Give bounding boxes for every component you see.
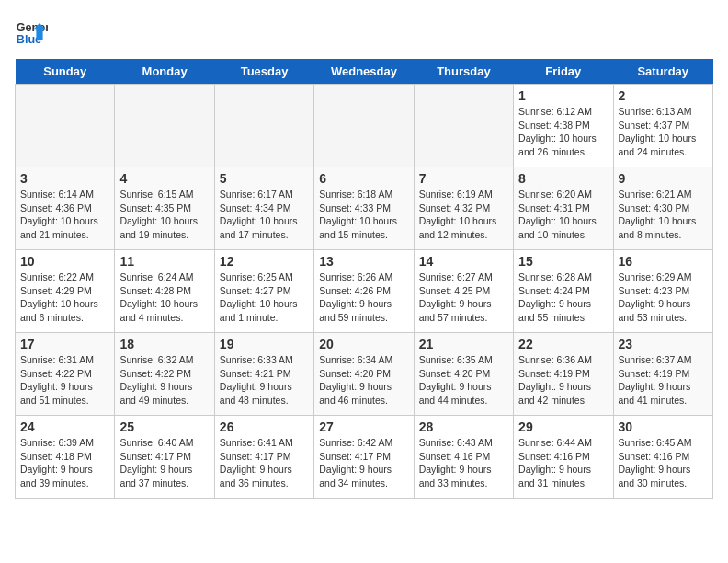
day-number: 21 — [419, 337, 508, 351]
day-number: 5 — [220, 171, 309, 186]
day-number: 13 — [319, 254, 408, 269]
day-info: Sunrise: 6:39 AM Sunset: 4:18 PM Dayligh… — [20, 436, 109, 490]
day-info: Sunrise: 6:21 AM Sunset: 4:30 PM Dayligh… — [619, 188, 708, 242]
calendar-cell: 2Sunrise: 6:13 AM Sunset: 4:37 PM Daylig… — [613, 85, 712, 167]
calendar-cell: 3Sunrise: 6:14 AM Sunset: 4:36 PM Daylig… — [16, 167, 115, 250]
calendar-cell: 10Sunrise: 6:22 AM Sunset: 4:29 PM Dayli… — [16, 250, 115, 333]
day-info: Sunrise: 6:43 AM Sunset: 4:16 PM Dayligh… — [419, 436, 508, 490]
logo: General Blue — [15, 15, 48, 48]
calendar-cell: 24Sunrise: 6:39 AM Sunset: 4:18 PM Dayli… — [16, 416, 115, 499]
day-number: 3 — [20, 171, 109, 186]
day-info: Sunrise: 6:27 AM Sunset: 4:25 PM Dayligh… — [419, 270, 508, 325]
calendar-cell — [314, 85, 414, 167]
calendar-cell: 16Sunrise: 6:29 AM Sunset: 4:23 PM Dayli… — [613, 250, 712, 333]
calendar-cell: 7Sunrise: 6:19 AM Sunset: 4:32 PM Daylig… — [414, 167, 513, 250]
calendar-header-row: SundayMondayTuesdayWednesdayThursdayFrid… — [16, 59, 713, 85]
day-number: 7 — [419, 171, 508, 186]
day-info: Sunrise: 6:20 AM Sunset: 4:31 PM Dayligh… — [518, 188, 608, 242]
day-info: Sunrise: 6:34 AM Sunset: 4:20 PM Dayligh… — [319, 353, 408, 408]
day-info: Sunrise: 6:29 AM Sunset: 4:23 PM Dayligh… — [619, 270, 708, 325]
day-info: Sunrise: 6:36 AM Sunset: 4:19 PM Dayligh… — [518, 353, 608, 408]
day-info: Sunrise: 6:45 AM Sunset: 4:16 PM Dayligh… — [619, 436, 708, 490]
calendar-body: 1Sunrise: 6:12 AM Sunset: 4:38 PM Daylig… — [16, 85, 713, 499]
day-header-monday: Monday — [115, 59, 214, 85]
calendar-cell: 18Sunrise: 6:32 AM Sunset: 4:22 PM Dayli… — [115, 333, 214, 416]
day-info: Sunrise: 6:35 AM Sunset: 4:20 PM Dayligh… — [419, 353, 508, 408]
day-number: 24 — [20, 419, 109, 434]
day-header-sunday: Sunday — [16, 59, 115, 85]
day-number: 12 — [220, 254, 309, 269]
calendar-week-3: 10Sunrise: 6:22 AM Sunset: 4:29 PM Dayli… — [16, 250, 713, 333]
day-number: 17 — [20, 337, 109, 351]
header: General Blue — [15, 15, 713, 48]
calendar-cell — [414, 85, 513, 167]
calendar-cell: 12Sunrise: 6:25 AM Sunset: 4:27 PM Dayli… — [214, 250, 313, 333]
calendar-week-1: 1Sunrise: 6:12 AM Sunset: 4:38 PM Daylig… — [16, 85, 713, 167]
day-number: 19 — [220, 337, 309, 351]
calendar-cell: 27Sunrise: 6:42 AM Sunset: 4:17 PM Dayli… — [314, 416, 414, 499]
day-info: Sunrise: 6:12 AM Sunset: 4:38 PM Dayligh… — [518, 105, 608, 159]
day-number: 4 — [119, 171, 209, 186]
day-number: 2 — [619, 88, 708, 103]
day-info: Sunrise: 6:31 AM Sunset: 4:22 PM Dayligh… — [20, 353, 109, 408]
calendar-cell: 19Sunrise: 6:33 AM Sunset: 4:21 PM Dayli… — [214, 333, 313, 416]
day-number: 9 — [619, 171, 708, 186]
day-number: 29 — [518, 419, 608, 434]
calendar-cell: 21Sunrise: 6:35 AM Sunset: 4:20 PM Dayli… — [414, 333, 513, 416]
calendar-table: SundayMondayTuesdayWednesdayThursdayFrid… — [15, 59, 713, 499]
day-number: 15 — [518, 254, 608, 269]
day-info: Sunrise: 6:14 AM Sunset: 4:36 PM Dayligh… — [20, 188, 109, 242]
day-number: 23 — [619, 337, 708, 351]
day-info: Sunrise: 6:19 AM Sunset: 4:32 PM Dayligh… — [419, 188, 508, 242]
day-info: Sunrise: 6:42 AM Sunset: 4:17 PM Dayligh… — [319, 436, 408, 490]
calendar-cell: 28Sunrise: 6:43 AM Sunset: 4:16 PM Dayli… — [414, 416, 513, 499]
day-number: 30 — [619, 419, 708, 434]
calendar-week-5: 24Sunrise: 6:39 AM Sunset: 4:18 PM Dayli… — [16, 416, 713, 499]
day-number: 10 — [20, 254, 109, 269]
calendar-cell: 23Sunrise: 6:37 AM Sunset: 4:19 PM Dayli… — [613, 333, 712, 416]
day-info: Sunrise: 6:13 AM Sunset: 4:37 PM Dayligh… — [619, 105, 708, 159]
day-number: 18 — [119, 337, 209, 351]
day-info: Sunrise: 6:17 AM Sunset: 4:34 PM Dayligh… — [220, 188, 309, 242]
day-number: 1 — [518, 88, 608, 103]
day-info: Sunrise: 6:18 AM Sunset: 4:33 PM Dayligh… — [319, 188, 408, 242]
day-number: 6 — [319, 171, 408, 186]
day-number: 14 — [419, 254, 508, 269]
day-number: 20 — [319, 337, 408, 351]
calendar-cell: 1Sunrise: 6:12 AM Sunset: 4:38 PM Daylig… — [514, 85, 613, 167]
calendar-cell: 15Sunrise: 6:28 AM Sunset: 4:24 PM Dayli… — [514, 250, 613, 333]
calendar-cell: 17Sunrise: 6:31 AM Sunset: 4:22 PM Dayli… — [16, 333, 115, 416]
calendar-cell: 4Sunrise: 6:15 AM Sunset: 4:35 PM Daylig… — [115, 167, 214, 250]
calendar-cell: 25Sunrise: 6:40 AM Sunset: 4:17 PM Dayli… — [115, 416, 214, 499]
calendar-cell: 8Sunrise: 6:20 AM Sunset: 4:31 PM Daylig… — [514, 167, 613, 250]
logo-icon: General Blue — [15, 15, 48, 48]
day-number: 28 — [419, 419, 508, 434]
calendar-cell: 30Sunrise: 6:45 AM Sunset: 4:16 PM Dayli… — [613, 416, 712, 499]
day-info: Sunrise: 6:24 AM Sunset: 4:28 PM Dayligh… — [119, 270, 209, 325]
day-info: Sunrise: 6:44 AM Sunset: 4:16 PM Dayligh… — [518, 436, 608, 490]
day-info: Sunrise: 6:40 AM Sunset: 4:17 PM Dayligh… — [119, 436, 209, 490]
calendar-cell: 22Sunrise: 6:36 AM Sunset: 4:19 PM Dayli… — [514, 333, 613, 416]
calendar-cell: 20Sunrise: 6:34 AM Sunset: 4:20 PM Dayli… — [314, 333, 414, 416]
day-info: Sunrise: 6:33 AM Sunset: 4:21 PM Dayligh… — [220, 353, 309, 408]
calendar-cell: 11Sunrise: 6:24 AM Sunset: 4:28 PM Dayli… — [115, 250, 214, 333]
calendar-week-4: 17Sunrise: 6:31 AM Sunset: 4:22 PM Dayli… — [16, 333, 713, 416]
calendar-cell: 6Sunrise: 6:18 AM Sunset: 4:33 PM Daylig… — [314, 167, 414, 250]
day-info: Sunrise: 6:15 AM Sunset: 4:35 PM Dayligh… — [119, 188, 209, 242]
day-info: Sunrise: 6:32 AM Sunset: 4:22 PM Dayligh… — [119, 353, 209, 408]
calendar-cell: 13Sunrise: 6:26 AM Sunset: 4:26 PM Dayli… — [314, 250, 414, 333]
day-info: Sunrise: 6:22 AM Sunset: 4:29 PM Dayligh… — [20, 270, 109, 325]
calendar-cell — [16, 85, 115, 167]
day-number: 25 — [119, 419, 209, 434]
calendar-cell: 26Sunrise: 6:41 AM Sunset: 4:17 PM Dayli… — [214, 416, 313, 499]
calendar-cell — [214, 85, 313, 167]
calendar-cell: 14Sunrise: 6:27 AM Sunset: 4:25 PM Dayli… — [414, 250, 513, 333]
calendar-cell — [115, 85, 214, 167]
day-info: Sunrise: 6:41 AM Sunset: 4:17 PM Dayligh… — [220, 436, 309, 490]
calendar-cell: 9Sunrise: 6:21 AM Sunset: 4:30 PM Daylig… — [613, 167, 712, 250]
day-number: 16 — [619, 254, 708, 269]
day-header-saturday: Saturday — [613, 59, 712, 85]
day-header-wednesday: Wednesday — [314, 59, 414, 85]
day-number: 8 — [518, 171, 608, 186]
day-number: 27 — [319, 419, 408, 434]
